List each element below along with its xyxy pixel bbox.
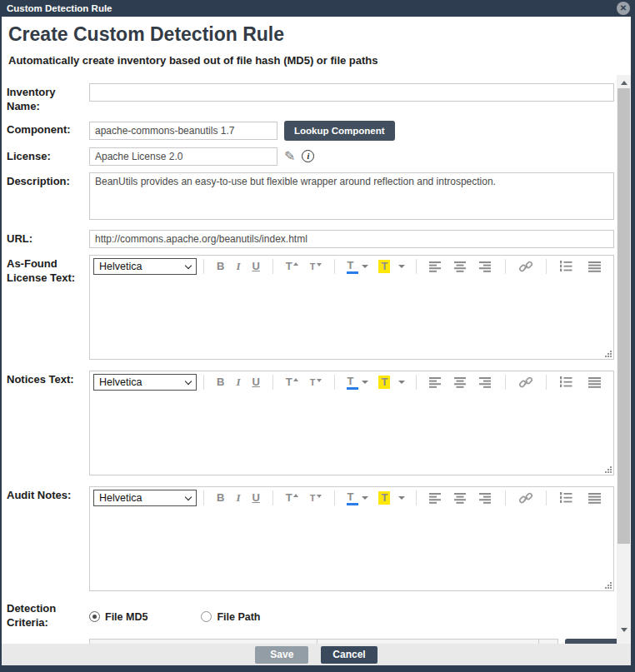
justify-icon[interactable] [588,493,602,504]
increase-font-size-button[interactable]: T [286,492,298,504]
italic-button[interactable]: I [236,261,240,272]
chevron-down-icon [185,494,192,500]
radio-selected-icon[interactable] [89,611,100,622]
editor-toolbar: Helvetica B I U T T [90,371,613,394]
align-center-icon[interactable] [454,493,468,504]
font-family-select[interactable]: Helvetica [93,374,197,391]
detection-criteria-options: File MD5 File Path [89,600,614,630]
italic-button[interactable]: I [236,376,240,388]
resize-grip-icon[interactable] [604,581,612,589]
close-icon[interactable]: ✕ [617,2,630,15]
font-family-select[interactable]: Helvetica [93,258,197,275]
highlight-dropdown-icon[interactable] [398,381,405,384]
save-button[interactable]: Save [255,646,308,664]
align-center-icon[interactable] [454,261,468,272]
highlight-dropdown-icon[interactable] [398,496,405,500]
link-icon[interactable] [518,376,533,389]
radio-file-md5[interactable]: File MD5 [89,611,148,623]
dialog-body: Create Custom Detection Rule Automatical… [2,17,631,665]
description-label: Description: [7,172,89,223]
notices-text-label: Notices Text: [7,371,89,475]
text-color-button[interactable]: T [348,491,354,503]
link-icon[interactable] [518,260,533,273]
form-area: Inventory Name: Component: Lookup Compon… [2,75,617,644]
underline-button[interactable]: U [252,261,259,272]
row-detection-criteria: Detection Criteria: File MD5 File Path [7,600,614,630]
url-input[interactable] [89,230,614,248]
resize-grip-icon[interactable] [604,465,612,473]
highlight-color-button[interactable]: T [378,260,390,273]
ordered-list-icon[interactable] [559,376,572,388]
notices-text-content[interactable] [90,394,613,475]
scroll-region: Inventory Name: Component: Lookup Compon… [2,75,631,644]
align-left-icon[interactable] [429,377,442,388]
radio-file-path[interactable]: File Path [201,611,260,623]
page-subtitle: Automatically create inventory based out… [8,54,624,67]
row-as-found-license-text: As-Found License Text: Helvetica B I [7,255,614,360]
align-right-icon[interactable] [479,493,492,504]
vertical-scrollbar[interactable] [617,75,631,644]
text-color-dropdown-icon[interactable] [362,381,368,384]
component-input[interactable] [89,122,278,140]
edit-pencil-icon[interactable]: ✎ [284,150,295,163]
text-color-dropdown-icon[interactable] [362,265,368,268]
dialog-footer: Save Cancel [2,644,631,665]
highlight-color-button[interactable]: T [378,376,390,389]
link-icon[interactable] [518,491,533,505]
text-color-dropdown-icon[interactable] [362,496,368,500]
audit-notes-editor: Helvetica B I U T T [89,486,614,591]
underline-button[interactable]: U [252,376,259,388]
bold-button[interactable]: B [217,492,224,504]
align-center-icon[interactable] [454,377,468,388]
audit-notes-content[interactable] [90,510,613,590]
align-left-icon[interactable] [429,493,442,504]
row-description: Description: BeanUtils provides an easy-… [7,172,614,223]
align-right-icon[interactable] [479,377,492,388]
inventory-name-label: Inventory Name: [7,83,89,114]
justify-icon[interactable] [588,377,602,388]
decrease-font-size-button[interactable]: T [310,493,322,503]
scrollbar-thumb[interactable] [618,88,630,544]
cancel-button[interactable]: Cancel [321,646,377,664]
row-license: License: ✎ i [7,147,614,166]
increase-font-size-button[interactable]: T [286,376,298,388]
url-label: URL: [7,230,89,248]
row-inventory-name: Inventory Name: [7,83,614,114]
description-textarea[interactable]: BeanUtils provides an easy-to-use but fl… [89,172,614,220]
row-url: URL: [7,230,614,248]
scrollbar-down-icon[interactable] [617,624,631,635]
as-found-license-content[interactable] [90,278,613,359]
bold-button[interactable]: B [217,261,224,272]
ordered-list-icon[interactable] [559,492,572,504]
notices-text-editor: Helvetica B I U T T [89,371,614,475]
decrease-font-size-button[interactable]: T [310,377,322,387]
highlight-dropdown-icon[interactable] [398,265,405,268]
increase-font-size-button[interactable]: T [286,261,298,272]
license-input[interactable] [89,147,278,166]
dialog-header: Create Custom Detection Rule Automatical… [2,17,631,75]
scrollbar-up-icon[interactable] [617,77,631,88]
row-component: Component: Lookup Component [7,121,614,141]
highlight-color-button[interactable]: T [378,491,390,505]
justify-icon[interactable] [588,261,602,272]
text-color-button[interactable]: T [348,376,354,387]
bold-button[interactable]: B [217,376,224,388]
radio-unselected-icon[interactable] [201,611,212,622]
decrease-font-size-button[interactable]: T [310,261,322,271]
resize-grip-icon[interactable] [604,350,612,357]
ordered-list-icon[interactable] [559,261,572,272]
text-color-button[interactable]: T [348,260,354,271]
italic-button[interactable]: I [236,492,240,504]
font-family-select[interactable]: Helvetica [93,490,197,506]
align-right-icon[interactable] [479,261,492,272]
inventory-name-input[interactable] [89,83,614,102]
custom-detection-rule-dialog: Custom Detection Rule ✕ Create Custom De… [0,0,635,672]
license-label: License: [7,147,89,166]
as-found-license-editor: Helvetica B I U T T [89,255,614,360]
align-left-icon[interactable] [429,261,442,272]
page-title: Create Custom Detection Rule [8,23,624,46]
info-icon[interactable]: i [302,150,314,162]
component-label: Component: [7,121,89,141]
lookup-component-button[interactable]: Lookup Component [284,121,395,141]
underline-button[interactable]: U [252,492,259,504]
